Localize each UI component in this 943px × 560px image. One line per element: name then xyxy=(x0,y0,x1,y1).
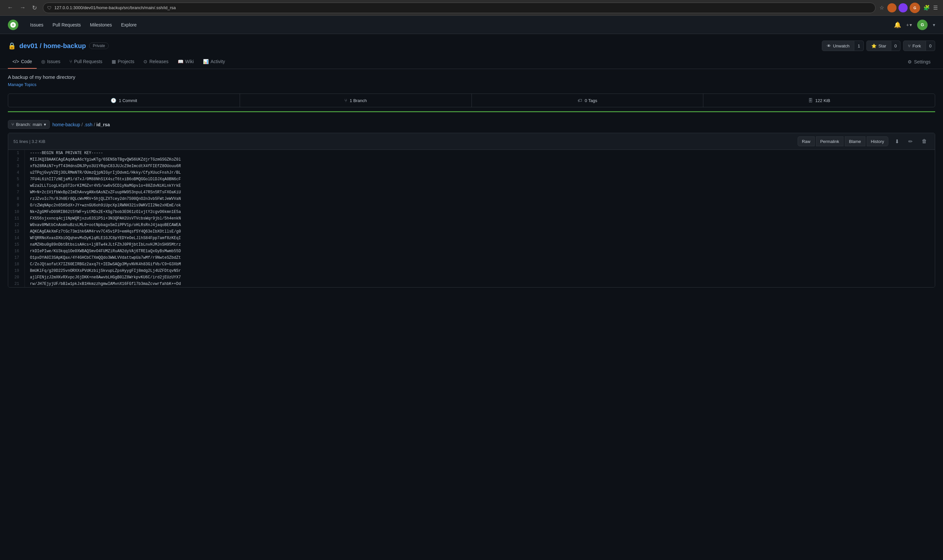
security-icon: 🛡 xyxy=(47,5,52,11)
tab-projects[interactable]: ▦ Projects xyxy=(107,55,139,69)
line-content: ajlFENjzJ2mXKvRXvpcJ6jDKK+ne8AwvbLHGgB0l… xyxy=(25,274,935,281)
line-number: 5 xyxy=(8,176,25,183)
download-button[interactable]: ⬇ xyxy=(892,137,902,146)
repo-name-link[interactable]: home-backup xyxy=(43,42,86,49)
delete-button[interactable]: 🗑 xyxy=(919,137,929,146)
raw-button[interactable]: Raw xyxy=(798,136,815,146)
line-content: Nk+ZgGMFvD09RIB62t5YWF+yitMDx2E+XSg7bob3… xyxy=(25,209,935,215)
nav-pull-requests[interactable]: Pull Requests xyxy=(48,20,85,29)
code-tab-icon: </> xyxy=(12,59,19,64)
line-number: 21 xyxy=(8,281,25,287)
fork-group: ⑂ Fork 0 xyxy=(903,40,935,51)
blame-button[interactable]: Blame xyxy=(845,136,866,146)
line-number: 15 xyxy=(8,242,25,248)
fork-count: 0 xyxy=(926,40,935,51)
branches-icon: ⑂ xyxy=(344,98,347,103)
table-row: 5 7FU4L6ihII7zNEjaM1/d7xJ/0M88NhS1X4szT6… xyxy=(8,176,935,183)
create-menu[interactable]: + ▾ xyxy=(906,22,912,28)
tab-pull-requests[interactable]: ⑂ Pull Requests xyxy=(65,55,107,69)
size-value: 122 KiB xyxy=(815,98,830,103)
plus-icon: + xyxy=(906,22,909,28)
projects-tab-label: Projects xyxy=(118,59,134,64)
tab-wiki[interactable]: 📖 Wiki xyxy=(173,55,198,69)
tags-stat[interactable]: 🏷 0 Tags xyxy=(472,94,704,107)
activity-tab-label: Activity xyxy=(210,59,225,64)
code-table: 1 -----BEGIN RSA PRIVATE KEY----- 2 MIIJ… xyxy=(8,150,935,287)
line-number: 1 xyxy=(8,150,25,156)
line-content: BmUKlFq/g20D225vnORXXsPVdKzbijSkvupLZpsH… xyxy=(25,268,935,274)
progress-bar xyxy=(8,111,935,112)
breadcrumb-sep-2: / xyxy=(94,122,95,127)
line-content: naMZHbu0g89nDbtBtbsisAHcs+ljBTw4kJLtFZhJ… xyxy=(25,242,935,248)
pr-tab-icon: ⑂ xyxy=(69,59,72,64)
star-count: 0 xyxy=(891,40,900,51)
profile-avatar-2[interactable] xyxy=(898,3,908,12)
line-content: FX556sjxxncq4cj1NpWQRjxzu63SlP5i+3N3QPAH… xyxy=(25,215,935,222)
forward-button[interactable]: → xyxy=(18,3,28,12)
repo-full-name: dev01 / home-backup xyxy=(19,42,86,50)
back-button[interactable]: ← xyxy=(5,3,15,12)
line-number: 18 xyxy=(8,261,25,268)
star-icon: ⭐ xyxy=(871,43,877,48)
manage-topics-link[interactable]: Manage Topics xyxy=(8,82,36,87)
bookmark-icon[interactable]: ☆ xyxy=(880,5,884,11)
line-content: 7FU4L6ihII7zNEjaM1/d7xJ/0M88NhS1X4szT6tx… xyxy=(25,176,935,183)
plus-chevron-icon: ▾ xyxy=(910,22,912,28)
repo-actions: 👁 Unwatch 1 ⭐ Star 0 ⑂ Fork 0 xyxy=(819,40,935,51)
user-avatar[interactable]: G xyxy=(917,20,928,30)
commits-icon: 🕐 xyxy=(111,98,116,103)
menu-icon[interactable]: ☰ xyxy=(933,5,938,11)
branch-selector[interactable]: ⑂ Branch: main ▾ xyxy=(8,120,50,129)
tab-releases[interactable]: ⊙ Releases xyxy=(139,55,173,69)
unwatch-button[interactable]: 👁 Unwatch xyxy=(822,40,855,51)
table-row: 13 AQKCAgEAkXmFz7tGc73m1hk6AM4rvv7C45v1P… xyxy=(8,228,935,235)
profile-avatar-3[interactable]: G xyxy=(910,3,920,13)
address-bar[interactable]: 🛡 127.0.0.1:3000/dev01/home-backup/src/b… xyxy=(43,3,875,13)
releases-tab-label: Releases xyxy=(149,59,168,64)
table-row: 6 wEza2LLTiogLkCpST2orKIMGZvr4VS/xw6v5CD… xyxy=(8,183,935,189)
unwatch-label: Unwatch xyxy=(833,43,850,48)
repo-title: 🔒 dev01 / home-backup Private xyxy=(8,42,109,50)
size-info: 3.2 KiB xyxy=(31,139,45,144)
repo-owner-link[interactable]: dev01 xyxy=(19,42,38,49)
notifications-icon[interactable]: 🔔 xyxy=(894,21,901,28)
table-row: 15 naMZHbu0g89nDbtBtbsisAHcs+ljBTw4kJLtF… xyxy=(8,242,935,248)
table-row: 19 BmUKlFq/g20D225vnORXXsPVdKzbijSkvupLZ… xyxy=(8,268,935,274)
tab-issues[interactable]: ◎ Issues xyxy=(37,55,65,69)
user-dropdown-icon[interactable]: ▾ xyxy=(933,22,935,28)
line-content: rzJZvoIc7h/9Jh0Er8QLcWvMRV+5hjQLZXTcey2d… xyxy=(25,195,935,202)
branches-stat[interactable]: ⑂ 1 Branch xyxy=(240,94,472,107)
edit-button[interactable]: ✏ xyxy=(906,137,915,146)
pr-tab-label: Pull Requests xyxy=(74,59,102,64)
history-button[interactable]: History xyxy=(867,136,888,146)
profile-avatar-1[interactable] xyxy=(887,3,897,12)
commits-stat[interactable]: 🕐 1 Commit xyxy=(8,94,240,107)
permalink-button[interactable]: Permalink xyxy=(816,136,843,146)
line-number: 7 xyxy=(8,189,25,195)
breadcrumb-repo[interactable]: home-backup xyxy=(52,122,80,127)
size-stat[interactable]: 🗄 122 KiB xyxy=(703,94,935,107)
tab-activity[interactable]: 📊 Activity xyxy=(198,55,230,69)
star-group: ⭐ Star 0 xyxy=(866,40,900,51)
star-label: Star xyxy=(878,43,886,48)
branch-name: main xyxy=(33,122,42,127)
nav-milestones[interactable]: Milestones xyxy=(86,20,116,29)
app-logo[interactable] xyxy=(8,20,19,30)
table-row: 1 -----BEGIN RSA PRIVATE KEY----- xyxy=(8,150,935,156)
star-button[interactable]: ⭐ Star xyxy=(866,40,891,51)
branch-chevron-icon: ▾ xyxy=(44,122,46,127)
line-content: O/cZWqNApc2n65HSdX+JY+wznGU6oh9iUpcXplRW… xyxy=(25,202,935,209)
extensions-icon[interactable]: 🧩 xyxy=(923,5,930,11)
nav-explore[interactable]: Explore xyxy=(117,20,140,29)
tab-settings[interactable]: ⚙ Settings xyxy=(903,55,935,68)
nav-issues[interactable]: Issues xyxy=(26,20,47,29)
table-row: 2 MIIJKQIBAAKCAgEAqdAaA6cYgiwKTg/6SENSbT… xyxy=(8,156,935,163)
table-row: 7 WM+N+2c1V1fbWxBp2ImEhAvvgANx6AsNZxZFuu… xyxy=(8,189,935,195)
breadcrumb-folder[interactable]: .ssh xyxy=(84,122,93,127)
branches-count: 1 Branch xyxy=(350,98,367,103)
refresh-button[interactable]: ↻ xyxy=(30,3,39,13)
repo-header: 🔒 dev01 / home-backup Private 👁 Unwatch … xyxy=(0,34,943,51)
tab-code[interactable]: </> Code xyxy=(8,55,37,69)
wiki-tab-icon: 📖 xyxy=(178,59,184,64)
fork-button[interactable]: ⑂ Fork xyxy=(903,40,926,51)
